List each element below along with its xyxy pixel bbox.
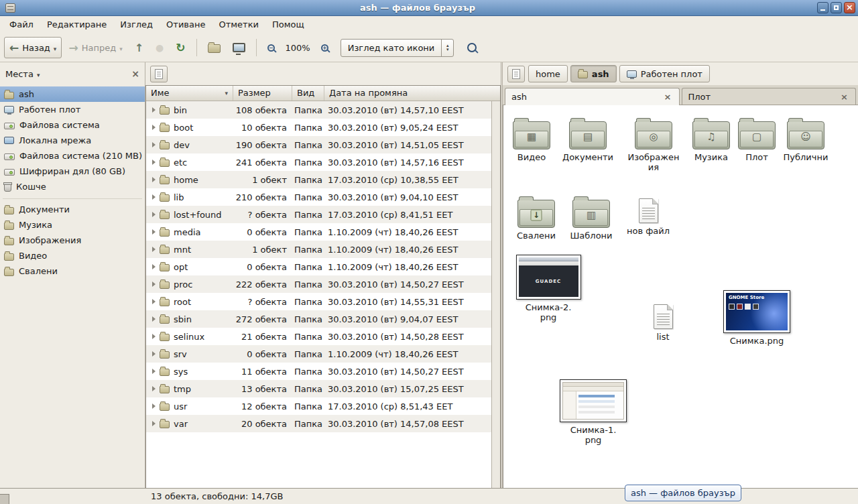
tree-row-usr[interactable]: usr12 обектаПапка17.03.2010 (ср) 8,51,43… xyxy=(146,397,491,415)
tree-row-var[interactable]: var20 обектаПапка30.03.2010 (вт) 14,57,0… xyxy=(146,415,491,432)
path-button-Работен плот[interactable]: Работен плот xyxy=(619,65,710,82)
location-toggle-button[interactable] xyxy=(150,66,168,82)
tree-row-mnt[interactable]: mnt1 обектПапка1.10.2009 (чт) 18,40,26 E… xyxy=(146,241,491,258)
back-dropdown-icon[interactable] xyxy=(54,43,57,53)
view-mode-spinner[interactable] xyxy=(441,40,453,56)
tree-row-media[interactable]: media0 обектаПапка1.10.2009 (чт) 18,40,2… xyxy=(146,223,491,241)
tree-row-lost+found[interactable]: lost+found? обектаПапка17.03.2010 (ср) 8… xyxy=(146,206,491,223)
expander-icon[interactable] xyxy=(152,386,156,391)
minimize-button[interactable] xyxy=(817,2,829,13)
sidebar-item-downloads[interactable]: Свалени xyxy=(0,263,145,279)
home-button[interactable] xyxy=(202,37,226,58)
menu-item-Отметки[interactable]: Отметки xyxy=(212,16,265,34)
expander-icon[interactable] xyxy=(152,281,156,287)
icon-item-Снимка-2.-png[interactable]: GUADECСнимка-2. png xyxy=(511,255,585,322)
tree-row-selinux[interactable]: selinux21 обектаПапка30.03.2010 (вт) 14,… xyxy=(146,328,491,345)
tab-close-icon[interactable] xyxy=(839,92,849,102)
maximize-button[interactable] xyxy=(831,2,842,13)
sidebar-item-filesystem[interactable]: Файлова система xyxy=(0,117,145,133)
sidebar-item-music[interactable]: Музика xyxy=(0,217,145,233)
icon-item-Шаблони[interactable]: ▥Шаблони xyxy=(563,196,619,241)
titlebar[interactable]: ash — файлов браузър xyxy=(0,0,858,16)
sidebar-item-trash[interactable]: Кошче xyxy=(0,179,145,194)
expander-icon[interactable] xyxy=(152,212,156,217)
menu-item-Редактиране[interactable]: Редактиране xyxy=(40,16,113,34)
computer-button[interactable] xyxy=(227,37,251,58)
expander-icon[interactable] xyxy=(152,107,156,113)
tab-Плот[interactable]: Плот xyxy=(682,88,857,105)
icon-item-Публични[interactable]: ☺Публични xyxy=(778,117,834,162)
tree-row-sys[interactable]: sys11 обектаПапка30.03.2010 (вт) 14,50,2… xyxy=(146,363,491,380)
expander-icon[interactable] xyxy=(152,351,156,357)
taskbar-window-button[interactable]: ash — файлов браузър xyxy=(625,485,741,501)
path-button-ash[interactable]: ash xyxy=(570,65,617,82)
column-header-1[interactable]: Размер xyxy=(233,86,292,101)
tree-row-proc[interactable]: proc222 обектаПапка30.03.2010 (вт) 14,50… xyxy=(146,275,491,293)
tree-row-opt[interactable]: opt0 обектаПапка1.10.2009 (чт) 18,40,26 … xyxy=(146,258,491,275)
search-button[interactable] xyxy=(462,37,482,58)
sidebar-close-icon[interactable] xyxy=(131,68,139,79)
zoom-out-button[interactable] xyxy=(262,37,280,58)
sidebar-item-pictures[interactable]: Изображения xyxy=(0,233,145,248)
expander-icon[interactable] xyxy=(152,142,156,147)
forward-button[interactable]: Напред xyxy=(63,37,127,58)
tree-row-srv[interactable]: srv0 обектаПапка1.10.2009 (чт) 18,40,26 … xyxy=(146,345,491,363)
sidebar-item-video[interactable]: Видео xyxy=(0,248,145,263)
sidebar-selector-icon[interactable] xyxy=(37,69,40,79)
expander-icon[interactable] xyxy=(152,194,156,200)
panel-corner[interactable] xyxy=(0,494,9,504)
tree-row-boot[interactable]: boot10 обектаПапка30.03.2010 (вт) 9,05,2… xyxy=(146,119,491,136)
expander-icon[interactable] xyxy=(152,247,156,252)
sidebar-item-encrypted-80gb[interactable]: Шифриран дял (80 GB) xyxy=(0,164,145,179)
tree-row-home[interactable]: home1 обектПапка17.03.2010 (ср) 10,38,55… xyxy=(146,171,491,188)
spin-down-icon[interactable] xyxy=(446,48,449,52)
expander-icon[interactable] xyxy=(152,160,156,165)
icon-item-Снимка-1.-png[interactable]: Снимка-1. png xyxy=(556,379,630,445)
tree-row-sbin[interactable]: sbin272 обектаПапка30.03.2010 (вт) 9,04,… xyxy=(146,310,491,328)
icon-view[interactable]: ▦Видео▤Документи◎Изображен ия♫Музика▢Пло… xyxy=(503,105,858,488)
expander-icon[interactable] xyxy=(152,299,156,304)
expander-icon[interactable] xyxy=(152,403,156,409)
sidebar-item-filesystem-210mb[interactable]: Файлова система (210 MB) xyxy=(0,148,145,164)
icon-item-list[interactable]: list xyxy=(635,300,691,342)
expander-icon[interactable] xyxy=(152,125,156,130)
icon-item-Видео[interactable]: ▦Видео xyxy=(503,117,560,162)
expander-icon[interactable] xyxy=(152,334,156,339)
expander-icon[interactable] xyxy=(152,264,156,269)
view-mode-select[interactable]: Изглед като икони xyxy=(341,39,454,57)
column-header-3[interactable]: Дата на промяна xyxy=(324,86,500,101)
tree-row-etc[interactable]: etc241 обектаПапка30.03.2010 (вт) 14,57,… xyxy=(146,153,491,171)
menu-item-Помощ[interactable]: Помощ xyxy=(265,16,311,34)
expander-icon[interactable] xyxy=(152,369,156,374)
icon-item-Плот[interactable]: ▢Плот xyxy=(729,117,785,162)
tree-row-root[interactable]: root? обектаПапка30.03.2010 (вт) 14,55,3… xyxy=(146,293,491,310)
back-button[interactable]: Назад xyxy=(4,37,62,58)
vertical-scrollbar[interactable] xyxy=(491,101,500,488)
column-header-2[interactable]: Вид xyxy=(292,86,324,101)
expander-icon[interactable] xyxy=(152,229,156,235)
expander-icon[interactable] xyxy=(152,421,156,426)
tree-row-tmp[interactable]: tmp13 обектаПапка30.03.2010 (вт) 15,07,2… xyxy=(146,380,491,397)
menu-item-Файл[interactable]: Файл xyxy=(3,16,40,34)
icon-item-Снимка.png[interactable]: GNOME StoreСнимка.png xyxy=(720,290,794,346)
tree-row-dev[interactable]: dev190 обектаПапка30.03.2010 (вт) 14,51,… xyxy=(146,136,491,153)
icon-item-нов-файл[interactable]: нов файл xyxy=(620,194,676,236)
expander-icon[interactable] xyxy=(152,177,156,182)
tab-ash[interactable]: ash xyxy=(505,88,680,105)
stop-button[interactable] xyxy=(150,37,169,58)
close-button[interactable] xyxy=(844,2,855,13)
icon-item-Изображен-ия[interactable]: ◎Изображен ия xyxy=(625,117,682,172)
location-edit-button[interactable] xyxy=(507,66,525,82)
expander-icon[interactable] xyxy=(152,316,156,322)
sidebar-item-desktop[interactable]: Работен плот xyxy=(0,102,145,117)
sidebar-item-documents[interactable]: Документи xyxy=(0,202,145,217)
reload-button[interactable] xyxy=(170,37,190,58)
up-button[interactable] xyxy=(129,37,149,58)
tree-row-bin[interactable]: bin108 обектаПапка30.03.2010 (вт) 14,57,… xyxy=(146,101,491,119)
menu-item-Отиване[interactable]: Отиване xyxy=(160,16,212,34)
zoom-in-button[interactable] xyxy=(316,37,334,58)
tab-close-icon[interactable] xyxy=(663,92,673,102)
column-header-0[interactable]: Име▾ xyxy=(146,86,233,101)
sidebar-item-local-network[interactable]: Локална мрежа xyxy=(0,133,145,148)
menu-item-Изглед[interactable]: Изглед xyxy=(113,16,160,34)
